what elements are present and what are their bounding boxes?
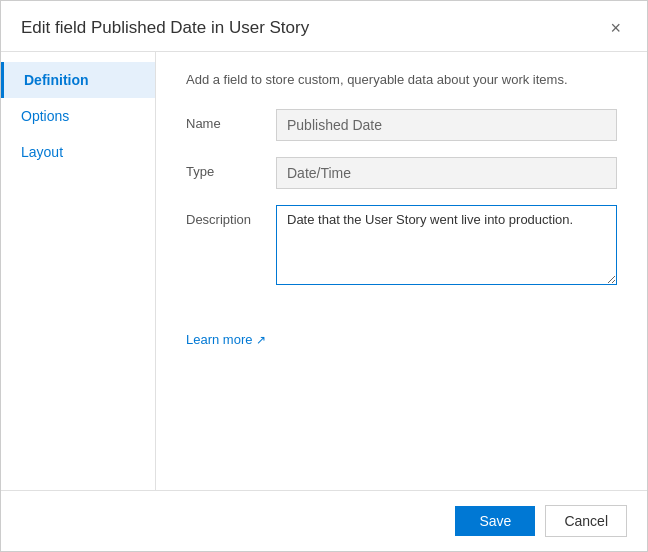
dialog-title: Edit field Published Date in User Story [21,18,309,38]
description-field-group: Description Date that the User Story wen… [186,205,617,285]
save-button[interactable]: Save [455,506,535,536]
sidebar-item-options[interactable]: Options [1,98,155,134]
content-description: Add a field to store custom, queryable d… [186,72,617,87]
dialog-header: Edit field Published Date in User Story … [1,1,647,52]
name-input[interactable] [276,109,617,141]
name-label: Name [186,109,276,131]
type-field-group: Type [186,157,617,189]
sidebar-item-definition[interactable]: Definition [1,62,155,98]
external-link-icon: ↗ [256,333,266,347]
close-button[interactable]: × [604,17,627,39]
learn-more-section: Learn more ↗ [186,321,617,347]
learn-more-link[interactable]: Learn more ↗ [186,332,266,347]
sidebar: Definition Options Layout [1,52,156,490]
dialog-footer: Save Cancel [1,490,647,551]
content-area: Add a field to store custom, queryable d… [156,52,647,490]
dialog-body: Definition Options Layout Add a field to… [1,52,647,490]
cancel-button[interactable]: Cancel [545,505,627,537]
type-input[interactable] [276,157,617,189]
name-field-group: Name [186,109,617,141]
description-textarea[interactable]: Date that the User Story went live into … [276,205,617,285]
description-label: Description [186,205,276,227]
edit-field-dialog: Edit field Published Date in User Story … [0,0,648,552]
sidebar-item-layout[interactable]: Layout [1,134,155,170]
type-label: Type [186,157,276,179]
